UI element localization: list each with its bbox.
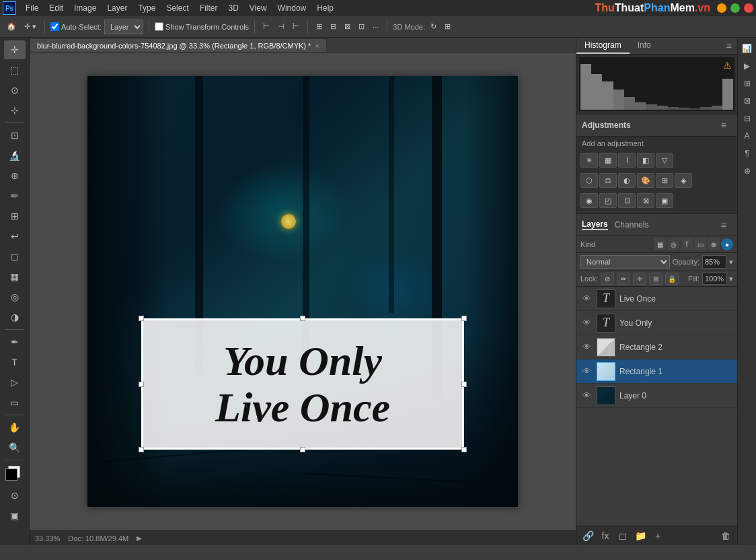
layer-item-you-only[interactable]: 👁 T You Only xyxy=(576,311,737,335)
lock-image-btn[interactable]: ✏ xyxy=(617,273,630,285)
opacity-input[interactable] xyxy=(702,255,726,269)
marquee-tool-btn[interactable]: ⬚ xyxy=(4,61,26,79)
adj-curves[interactable]: ⌇ xyxy=(618,153,636,168)
lock-all-btn[interactable]: 🔒 xyxy=(665,273,679,285)
adj-colorbalance[interactable]: ⚖ xyxy=(599,173,617,188)
panel-icon-2[interactable]: ▶ xyxy=(739,58,755,74)
new-layer-btn[interactable]: + xyxy=(650,528,665,543)
adj-posterize[interactable]: ◰ xyxy=(599,193,617,208)
minimize-button[interactable] xyxy=(717,3,726,13)
adj-exposure[interactable]: ◧ xyxy=(637,153,654,168)
filter-type-btn[interactable]: T xyxy=(681,238,693,250)
eyedropper-btn[interactable]: 🔬 xyxy=(4,146,26,165)
adj-bw[interactable]: ◐ xyxy=(618,173,636,188)
blend-mode-select[interactable]: Normal xyxy=(580,255,670,269)
screen-mode-btn[interactable]: ▣ xyxy=(4,506,26,525)
3d-more-button[interactable]: ⊞ xyxy=(442,21,453,32)
filter-active-btn[interactable]: ● xyxy=(721,238,733,250)
layer-eye-layer0[interactable]: 👁 xyxy=(580,390,593,402)
layer-style-btn[interactable]: fx xyxy=(598,528,613,543)
move-tool[interactable]: ✛ ▾ xyxy=(22,21,39,32)
panel-icon-1[interactable]: 📊 xyxy=(739,40,755,57)
menu-window[interactable]: Window xyxy=(272,2,312,14)
menu-type[interactable]: Type xyxy=(133,2,161,14)
dist-center-button[interactable]: ⊟ xyxy=(328,21,339,32)
layer-item-rectangle-1[interactable]: 👁 Rectangle 1 xyxy=(576,359,737,384)
fill-arrow[interactable]: ▾ xyxy=(729,275,733,283)
adj-vibrance[interactable]: ▽ xyxy=(656,153,673,168)
handle-top-mid[interactable] xyxy=(300,316,305,321)
lasso-tool-btn[interactable]: ⊙ xyxy=(4,81,26,100)
layers-options[interactable]: ≡ xyxy=(716,217,732,233)
text-btn[interactable]: T xyxy=(4,353,26,372)
adjustments-options[interactable]: ≡ xyxy=(716,117,732,133)
panel-icon-3[interactable]: ⊞ xyxy=(739,75,755,92)
adj-brightness[interactable]: ☀ xyxy=(580,153,598,168)
crop-tool-btn[interactable]: ⊡ xyxy=(4,126,26,145)
align-center-button[interactable]: ⊣ xyxy=(275,21,287,32)
panel-icon-5[interactable]: ⊟ xyxy=(739,110,755,127)
adj-colorlookup[interactable]: ◈ xyxy=(675,173,692,188)
menu-filter[interactable]: Filter xyxy=(194,2,223,14)
dist-vert-button[interactable]: ⊡ xyxy=(356,21,367,32)
fill-input[interactable] xyxy=(702,273,726,285)
handle-top-right[interactable] xyxy=(461,316,467,321)
histogram-options[interactable]: ≡ xyxy=(721,38,737,54)
layer-eye-rect2[interactable]: 👁 xyxy=(580,341,593,353)
adj-photofilter[interactable]: 🎨 xyxy=(637,173,654,188)
auto-select-checkbox[interactable] xyxy=(50,22,59,31)
dist-left-button[interactable]: ⊞ xyxy=(313,21,325,32)
handle-bottom-right[interactable] xyxy=(461,447,467,452)
menu-help[interactable]: Help xyxy=(311,2,339,14)
menu-file[interactable]: File xyxy=(20,2,44,14)
add-mask-btn[interactable]: ◻ xyxy=(615,528,630,543)
layer-eye-you-only[interactable]: 👁 xyxy=(580,317,593,329)
filter-smart-btn[interactable]: ⊕ xyxy=(708,238,720,250)
layer-item-layer0[interactable]: 👁 Layer 0 xyxy=(576,384,737,408)
menu-3d[interactable]: 3D xyxy=(223,2,243,14)
healing-btn[interactable]: ⊕ xyxy=(4,166,26,185)
canvas-scroll-area[interactable]: You Only Live Once xyxy=(30,53,576,530)
magic-wand-btn[interactable]: ⊹ xyxy=(4,101,26,120)
history-btn[interactable]: ↩ xyxy=(4,227,26,246)
align-right-button[interactable]: ⊢ xyxy=(290,21,302,32)
menu-edit[interactable]: Edit xyxy=(44,2,69,14)
adj-hsl[interactable]: ⬡ xyxy=(580,173,598,188)
maximize-button[interactable] xyxy=(730,3,740,13)
more-options-button[interactable]: ··· xyxy=(370,22,381,32)
tab-info[interactable]: Info xyxy=(630,38,659,54)
dodge-btn[interactable]: ◑ xyxy=(4,308,26,326)
quick-mask-btn[interactable]: ⊙ xyxy=(4,486,26,505)
clone-stamp-btn[interactable]: ⊞ xyxy=(4,207,26,225)
adj-levels[interactable]: ▦ xyxy=(599,153,617,168)
adj-selectivecolor[interactable]: ▣ xyxy=(656,193,673,208)
adj-channelmixer[interactable]: ⊞ xyxy=(656,173,673,188)
delete-layer-btn[interactable]: 🗑 xyxy=(718,528,733,543)
panel-icon-7[interactable]: ¶ xyxy=(739,145,755,162)
pen-btn[interactable]: ✒ xyxy=(4,332,26,351)
filter-shape-btn[interactable]: ▭ xyxy=(694,238,706,250)
lock-pixels-btn[interactable]: ⊘ xyxy=(601,273,614,285)
panel-icon-4[interactable]: ⊠ xyxy=(739,93,755,109)
move-tool-btn[interactable]: ✛ xyxy=(4,40,26,59)
handle-mid-left[interactable] xyxy=(139,382,144,387)
3d-rotate-button[interactable]: ↻ xyxy=(428,21,439,32)
layer-item-rectangle-2[interactable]: 👁 Rectangle 2 xyxy=(576,335,737,359)
blur-btn[interactable]: ◎ xyxy=(4,287,26,306)
menu-view[interactable]: View xyxy=(244,2,272,14)
menu-image[interactable]: Image xyxy=(69,2,102,14)
handle-mid-right[interactable] xyxy=(461,382,467,387)
foreground-color[interactable] xyxy=(5,468,17,481)
channels-tab[interactable]: Channels xyxy=(608,217,656,232)
layer-eye-live-once[interactable]: 👁 xyxy=(580,293,593,305)
layer-eye-rect1[interactable]: 👁 xyxy=(580,365,593,378)
tab-histogram[interactable]: Histogram xyxy=(576,38,630,54)
layer-select[interactable]: Layer xyxy=(104,20,143,34)
home-button[interactable]: 🏠 xyxy=(4,21,19,32)
eraser-btn[interactable]: ◻ xyxy=(4,247,26,266)
filter-adjust-btn[interactable]: ◎ xyxy=(667,238,679,250)
show-transform-checkbox[interactable] xyxy=(155,22,163,31)
layer-item-live-once[interactable]: 👁 T Live Once xyxy=(576,287,737,311)
zoom-btn[interactable]: 🔍 xyxy=(4,438,26,457)
opacity-arrow[interactable]: ▾ xyxy=(729,258,733,267)
